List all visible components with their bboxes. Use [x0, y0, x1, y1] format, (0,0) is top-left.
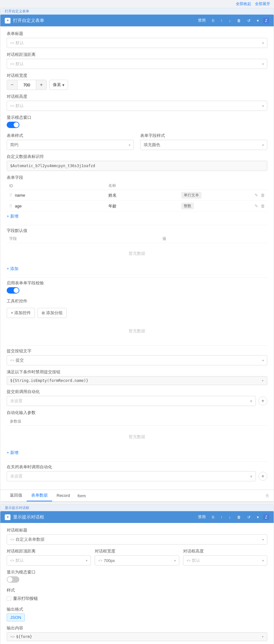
output-format-value[interactable]: JSON — [7, 613, 25, 621]
block1-up-icon[interactable]: ↑ — [219, 18, 224, 24]
block2-height-col: 对话框高度 <> 默认 ▾ — [183, 548, 267, 566]
tab-form-data[interactable]: 表单数据 — [27, 490, 52, 501]
block2-header-icon: ✦ — [5, 514, 10, 520]
dialog-height-placeholder: 默认 — [16, 103, 262, 109]
show-print-label: 显示打印按钮 — [13, 596, 38, 601]
tab-bar-copy-icon[interactable]: ⎘ — [266, 493, 269, 498]
auto-input-params-row: 自动化输入参数 参数值 暂无数据 + 新增 — [7, 410, 267, 458]
block2-refresh-icon[interactable]: ↺ — [245, 514, 252, 520]
field-edit-icon[interactable]: ✎ — [255, 204, 258, 208]
dialog-width-plus-btn[interactable]: + — [36, 80, 46, 90]
form-style-input[interactable]: 简约 ▾ — [7, 140, 134, 150]
auto-input-params-label: 自动化输入参数 — [7, 410, 267, 416]
block2-title: 显示提示对话框 — [13, 514, 194, 520]
validation-toggle-knob — [14, 288, 19, 293]
validation-toggle[interactable] — [7, 287, 19, 294]
field-edit-icon[interactable]: ✎ — [255, 193, 258, 198]
block2-external-icon[interactable]: Z — [263, 514, 269, 520]
block2-body: 对话框标题 <> 自定义表单数据 ▾ 对话框距顶距离 <> 默认 ▾ 对话框宽度… — [0, 523, 274, 644]
block2-dialog-title-input[interactable]: <> 自定义表单数据 ▾ — [7, 534, 267, 545]
params-col-header: 参数值 — [7, 417, 267, 426]
field-type-tag: 整数 — [181, 203, 194, 209]
block2-up-icon[interactable]: ↑ — [219, 514, 224, 520]
block2-height-input[interactable]: <> 默认 ▾ — [183, 555, 267, 566]
disable-condition-input[interactable]: ${String.isEmpty(formRecord.name)} ▾ — [7, 376, 267, 385]
field-name-cell: 年龄 — [106, 201, 179, 212]
submit-btn-text-input[interactable]: <> 提交 ▾ — [7, 355, 267, 365]
output-content-chevron: ▾ — [262, 634, 264, 639]
block2-copy-icon[interactable]: ⎘ — [210, 514, 216, 520]
field-action-buttons: ✎ 🗑 — [239, 204, 265, 208]
tab-return-value[interactable]: 返回值 — [5, 490, 27, 501]
show-print-checkbox[interactable] — [7, 596, 11, 601]
block1-refresh-icon[interactable]: ↺ — [245, 18, 252, 24]
before-submit-auto-select[interactable]: 未设置 ▾ — [7, 396, 256, 406]
block2-dialog-title-row: 对话框标题 <> 自定义表单数据 ▾ — [7, 527, 267, 545]
toolbar-buttons: + 添加控件 ⊞ 添加分组 — [7, 305, 267, 321]
drag-handle[interactable]: ⠿ — [9, 193, 12, 198]
output-content-input[interactable]: <> ${form} ▾ — [7, 632, 267, 641]
block2-margin-input[interactable]: <> 默认 ▾ — [7, 555, 91, 566]
on-close-select[interactable]: 未设置 ▾ — [7, 471, 256, 481]
block2-down-icon[interactable]: ↓ — [227, 514, 233, 520]
disable-condition-value: ${String.isEmpty(formRecord.name)} — [10, 378, 88, 383]
block2-dialog-title-label: 对话框标题 — [7, 527, 267, 533]
block1-body: 表单标题 <> 默认 ▾ 对话框距顶距离 <> 默认 ▾ 对话框宽度 − — [0, 26, 274, 490]
block2-delete-icon[interactable]: 🗑 — [235, 514, 243, 520]
block2-disable-btn[interactable]: 禁用 — [196, 514, 208, 520]
block2-show-modal-toggle[interactable] — [7, 576, 19, 583]
field-delete-icon[interactable]: 🗑 — [261, 204, 265, 208]
collapse-all-btn[interactable]: 全部收起 — [236, 1, 251, 7]
field-defaults-row: 字段默认值 字段 值 暂无数据 + 添加 — [7, 228, 267, 274]
dialog-width-value[interactable] — [17, 80, 36, 90]
col-name-header: 名称 — [106, 182, 179, 190]
kv-value-header: 值 — [160, 235, 267, 243]
before-submit-auto-chevron: ▾ — [250, 399, 252, 403]
block2-section: 显示提示对话框 ✦ 显示提示对话框 禁用 ⎘ ↑ ↓ 🗑 ↺ ▾ Z 对话框标题… — [0, 505, 274, 644]
expand-all-btn[interactable]: 全部展开 — [255, 1, 270, 7]
block2-width-input[interactable]: <> 700px ▾ — [95, 555, 179, 566]
block1-down-icon[interactable]: ↓ — [227, 18, 233, 24]
toggle-knob — [14, 122, 19, 127]
form-title-chevron: ▾ — [262, 41, 264, 45]
before-submit-auto-add-btn[interactable]: + — [258, 397, 267, 405]
identifier-label: 自定义数据表标识符 — [7, 154, 267, 159]
dialog-height-input[interactable]: <> 默认 ▾ — [7, 101, 267, 111]
col-id-header: ID — [7, 182, 106, 190]
add-default-btn[interactable]: + 添加 — [7, 264, 18, 274]
field-style-label: 表单字段样式 — [140, 133, 267, 139]
block1-disable-btn[interactable]: 禁用 — [196, 17, 208, 24]
dialog-height-prefix: <> — [10, 104, 14, 108]
add-group-btn[interactable]: ⊞ 添加分组 — [38, 308, 67, 318]
add-param-btn[interactable]: + 新增 — [7, 448, 18, 458]
block1-external-icon[interactable]: Z — [263, 18, 269, 24]
field-type-cell: 单行文本 — [179, 190, 236, 201]
add-control-btn[interactable]: + 添加控件 — [7, 308, 35, 318]
block1-delete-icon[interactable]: 🗑 — [235, 18, 243, 24]
dialog-width-minus-btn[interactable]: − — [7, 80, 17, 90]
block2-dialog-title-value: 自定义表单数据 — [16, 537, 262, 542]
dialog-width-stepper[interactable]: − + — [7, 80, 47, 90]
before-submit-auto-label: 提交前调用自动化 — [7, 389, 267, 395]
show-modal-toggle[interactable] — [7, 122, 19, 128]
drag-handle[interactable]: ⠿ — [9, 204, 12, 208]
block1-collapse-icon[interactable]: ▾ — [255, 18, 261, 24]
disable-condition-chevron: ▾ — [262, 378, 264, 383]
tab-record[interactable]: Record — [52, 491, 74, 501]
field-style-input[interactable]: 填充颜色 ▾ — [140, 140, 267, 150]
params-table: 参数值 暂无数据 — [7, 417, 267, 448]
block2-tag: 显示提示对话框 — [0, 505, 274, 511]
dialog-margin-input[interactable]: <> 默认 ▾ — [7, 59, 267, 69]
form-style-label: 表单样式 — [7, 133, 134, 139]
dialog-width-unit[interactable]: 像素 ▾ — [49, 80, 68, 90]
before-submit-auto-select-row: 未设置 ▾ + — [7, 396, 267, 406]
on-close-add-btn[interactable]: + — [258, 472, 267, 481]
form-title-input[interactable]: <> 默认 ▾ — [7, 38, 267, 48]
add-field-btn[interactable]: + 新增 — [7, 212, 18, 221]
field-delete-icon[interactable]: 🗑 — [261, 193, 265, 198]
dialog-margin-row: 对话框距顶距离 <> 默认 ▾ — [7, 52, 267, 69]
block2-style-label: 样式 — [7, 587, 267, 593]
block1-copy-icon[interactable]: ⎘ — [210, 18, 216, 24]
block2-collapse-icon[interactable]: ▾ — [255, 514, 261, 520]
field-id-value: age — [15, 204, 22, 208]
